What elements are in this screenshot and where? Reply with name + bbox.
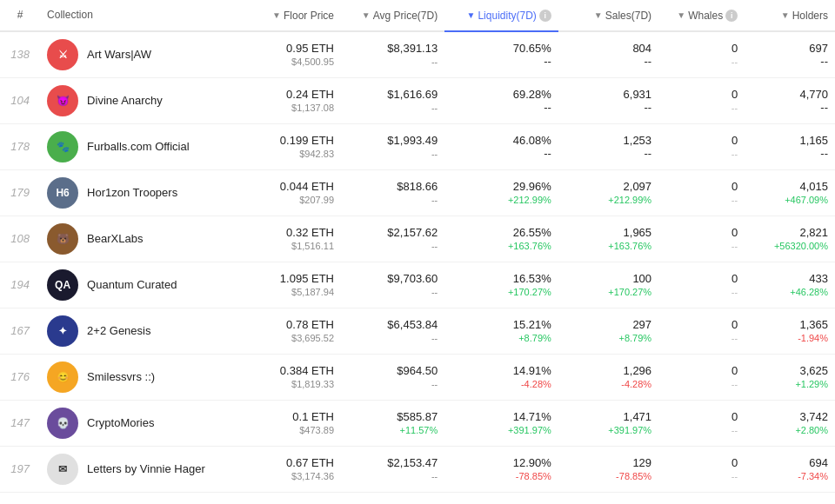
floor-main: 0.24 ETH: [286, 88, 334, 101]
liq-cell: 70.65% --: [444, 31, 558, 78]
whales-cell: 0 --: [658, 169, 745, 216]
sales-col-header[interactable]: ▼ Sales(7D): [558, 0, 658, 31]
whales-main: 0: [731, 42, 738, 55]
liq-cell: 14.71% +391.97%: [444, 400, 558, 446]
whales-sub: --: [731, 425, 738, 435]
floor-main: 0.044 ETH: [280, 180, 334, 193]
table-row[interactable]: 178 🐾 Furballs.com Official 0.199 ETH $9…: [0, 123, 835, 169]
liq-sub: -4.28%: [521, 379, 551, 389]
sales-cell: 1,253 --: [558, 123, 658, 169]
liq-sub: +8.79%: [518, 333, 551, 343]
floor-sub: $5,187.94: [291, 287, 334, 297]
table-row[interactable]: 179 H6 Hor1zon Troopers 0.044 ETH $207.9…: [0, 169, 835, 216]
holders-sub: -1.94%: [798, 333, 828, 343]
collection-cell[interactable]: 💀 CryptoMories: [40, 400, 241, 446]
avatar: ✦: [47, 315, 78, 347]
whales-col-header[interactable]: ▼ Whales i: [658, 0, 745, 31]
avg-main: $2,157.62: [387, 226, 438, 239]
whales-main: 0: [731, 134, 738, 147]
avatar: 🐾: [47, 131, 78, 162]
liq-sub: +163.76%: [508, 241, 551, 251]
table-row[interactable]: 104 😈 Divine Anarchy 0.24 ETH $1,137.08 …: [0, 77, 835, 123]
rank-value: 179: [10, 186, 30, 199]
floor-cell: 0.95 ETH $4,500.95: [241, 31, 341, 78]
floor-sub: $1,137.08: [291, 103, 334, 113]
sales-cell: 1,471 +391.97%: [558, 400, 658, 446]
holders-main: 694: [809, 456, 828, 469]
liq-info-icon[interactable]: i: [539, 10, 551, 22]
liq-sub: +212.99%: [508, 195, 551, 205]
collection-cell[interactable]: 🐾 Furballs.com Official: [40, 123, 241, 169]
sales-main: 1,965: [624, 226, 652, 239]
liq-cell: 26.55% +163.76%: [444, 216, 558, 262]
avg-sub: --: [431, 333, 438, 343]
sales-cell: 6,931 --: [558, 77, 658, 123]
whales-info-icon[interactable]: i: [725, 10, 738, 22]
table-row[interactable]: 197 ✉ Letters by Vinnie Hager 0.67 ETH $…: [0, 446, 835, 492]
collection-cell[interactable]: QA Quantum Curated: [40, 262, 241, 308]
table-row[interactable]: 194 QA Quantum Curated 1.095 ETH $5,187.…: [0, 262, 835, 308]
avg-cell: $8,391.13 --: [341, 31, 444, 78]
collection-cell[interactable]: ✦ 2+2 Genesis: [40, 308, 241, 354]
avg-sub: --: [431, 287, 438, 297]
avg-main: $964.50: [397, 364, 438, 377]
rank-cell: 138: [0, 31, 40, 78]
floor-sub: $3,695.52: [291, 333, 334, 343]
liq-main: 46.08%: [513, 134, 551, 147]
liq-main: 26.55%: [513, 226, 551, 239]
avg-cell: $9,703.60 --: [341, 262, 444, 308]
rank-cell: 167: [0, 308, 40, 354]
holders-cell: 3,625 +1.29%: [745, 354, 835, 400]
rank-value: 167: [10, 324, 30, 337]
floor-cell: 0.78 ETH $3,695.52: [241, 308, 341, 354]
holders-cell: 697 --: [745, 31, 835, 78]
liq-sub: -78.85%: [516, 471, 551, 481]
rank-value: 194: [10, 278, 30, 291]
holders-sub: --: [820, 147, 828, 160]
floor-col-header[interactable]: ▼ Floor Price: [241, 0, 341, 31]
whales-cell: 0 --: [658, 31, 745, 78]
rank-col-header[interactable]: #: [0, 0, 40, 31]
table-row[interactable]: 138 ⚔ Art Wars|AW 0.95 ETH $4,500.95 $8,…: [0, 31, 835, 78]
liq-main: 70.65%: [513, 42, 551, 55]
holders-cell: 4,770 --: [745, 77, 835, 123]
avg-cell: $2,153.47 --: [341, 446, 444, 492]
table-row[interactable]: 176 😊 Smilessvrs ::) 0.384 ETH $1,819.33…: [0, 354, 835, 400]
collection-cell[interactable]: ⚔ Art Wars|AW: [40, 31, 241, 78]
holders-main: 1,365: [799, 318, 828, 331]
liq-col-header[interactable]: ▼ Liquidity(7D) i: [444, 0, 558, 31]
table-row[interactable]: 147 💀 CryptoMories 0.1 ETH $473.89 $585.…: [0, 400, 835, 446]
floor-sub: $473.89: [299, 425, 334, 435]
liq-main: 29.96%: [513, 180, 551, 193]
liq-cell: 29.96% +212.99%: [444, 169, 558, 216]
floor-cell: 0.199 ETH $942.83: [241, 123, 341, 169]
whales-sub: --: [731, 103, 738, 113]
floor-cell: 1.095 ETH $5,187.94: [241, 262, 341, 308]
whales-sub: --: [731, 195, 738, 205]
rank-value: 108: [10, 232, 30, 245]
holders-main: 697: [809, 42, 828, 55]
avg-main: $818.66: [397, 180, 438, 193]
holders-col-header[interactable]: ▼ Holders: [745, 0, 835, 31]
collection-col-header[interactable]: Collection: [40, 0, 241, 31]
collection-cell[interactable]: 🐻 BearXLabs: [40, 216, 241, 262]
floor-main: 1.095 ETH: [280, 272, 334, 285]
floor-main: 0.32 ETH: [286, 226, 334, 239]
collection-name: Hor1zon Troopers: [87, 186, 177, 199]
sales-cell: 2,097 +212.99%: [558, 169, 658, 216]
sales-sub: -4.28%: [621, 379, 651, 389]
collection-cell[interactable]: 😊 Smilessvrs ::): [40, 354, 241, 400]
avatar: 🐻: [47, 223, 78, 255]
sales-sub: +212.99%: [608, 195, 651, 205]
avatar: ⚔: [47, 39, 78, 70]
floor-sub: $4,500.95: [291, 56, 334, 67]
table-row[interactable]: 167 ✦ 2+2 Genesis 0.78 ETH $3,695.52 $6,…: [0, 308, 835, 354]
collection-cell[interactable]: 😈 Divine Anarchy: [40, 77, 241, 123]
table-row[interactable]: 108 🐻 BearXLabs 0.32 ETH $1,516.11 $2,15…: [0, 216, 835, 262]
collection-name: Art Wars|AW: [87, 48, 151, 61]
floor-sub: $942.83: [299, 149, 334, 159]
collection-cell[interactable]: H6 Hor1zon Troopers: [40, 169, 241, 216]
collection-cell[interactable]: ✉ Letters by Vinnie Hager: [40, 446, 241, 492]
avg-col-header[interactable]: ▼ Avg Price(7D): [341, 0, 444, 31]
floor-main: 0.95 ETH: [286, 42, 334, 55]
